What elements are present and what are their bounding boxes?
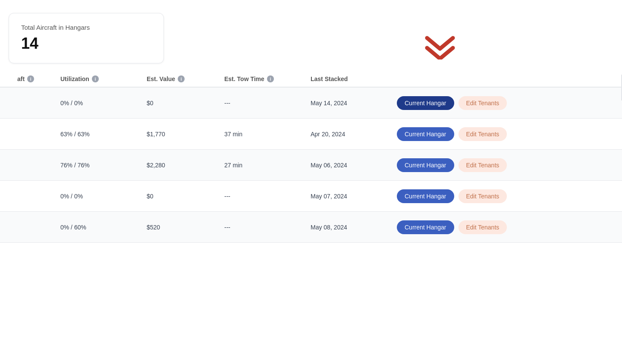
- table-body: 0% / 0% $0 --- May 14, 2024 Current Hang…: [0, 88, 622, 243]
- table-header-row: aft i Utilization i Est. Value i Est. To…: [0, 75, 622, 88]
- summary-card-value: 14: [21, 35, 151, 53]
- cell-utilization-4: 0% / 60%: [60, 224, 147, 231]
- cell-last-stacked-1: Apr 20, 2024: [311, 131, 397, 138]
- tow-time-info-icon[interactable]: i: [267, 75, 274, 82]
- summary-card: Total Aircraft in Hangars 14: [9, 13, 164, 63]
- table-row: 0% / 60% $520 --- May 08, 2024 Current H…: [0, 212, 622, 243]
- edit-tenants-button[interactable]: Edit Tenants: [459, 96, 507, 110]
- current-hangar-button[interactable]: Current Hangar: [397, 189, 454, 203]
- col-header-tow-time: Est. Tow Time i: [224, 75, 311, 82]
- table-row: 76% / 76% $2,280 27 min May 06, 2024 Cur…: [0, 150, 622, 181]
- col-header-last-stacked: Last Stacked: [311, 75, 397, 82]
- cell-utilization-0: 0% / 0%: [60, 100, 147, 107]
- cell-last-stacked-3: May 07, 2024: [311, 193, 397, 200]
- current-hangar-button[interactable]: Current Hangar: [397, 220, 454, 234]
- edit-tenants-button[interactable]: Edit Tenants: [459, 127, 507, 141]
- cell-est-value-0: $0: [147, 100, 224, 107]
- cell-last-stacked-4: May 08, 2024: [311, 224, 397, 231]
- edit-tenants-button[interactable]: Edit Tenants: [459, 189, 507, 203]
- col-header-utilization: Utilization i: [60, 75, 147, 82]
- current-hangar-button[interactable]: Current Hangar: [397, 158, 454, 172]
- current-hangar-button[interactable]: Current Hangar: [397, 96, 454, 110]
- cell-actions-2: Current Hangar Edit Tenants: [397, 158, 622, 172]
- col-header-est-value: Est. Value i: [147, 75, 224, 82]
- cell-last-stacked-2: May 06, 2024: [311, 162, 397, 169]
- cell-tow-time-0: ---: [224, 100, 311, 107]
- cell-actions-1: Current Hangar Edit Tenants: [397, 127, 622, 141]
- aircraft-info-icon[interactable]: i: [27, 75, 34, 82]
- table-row: 0% / 0% $0 --- May 14, 2024 Current Hang…: [0, 88, 622, 119]
- cell-est-value-2: $2,280: [147, 162, 224, 169]
- hangar-table: aft i Utilization i Est. Value i Est. To…: [0, 75, 622, 243]
- edit-tenants-button[interactable]: Edit Tenants: [459, 220, 507, 234]
- current-hangar-button[interactable]: Current Hangar: [397, 127, 454, 141]
- cell-tow-time-1: 37 min: [224, 131, 311, 138]
- cell-utilization-3: 0% / 0%: [60, 193, 147, 200]
- cell-est-value-1: $1,770: [147, 131, 224, 138]
- cell-actions-4: Current Hangar Edit Tenants: [397, 220, 622, 234]
- cell-est-value-3: $0: [147, 193, 224, 200]
- utilization-info-icon[interactable]: i: [92, 75, 99, 82]
- cell-utilization-1: 63% / 63%: [60, 131, 147, 138]
- cell-actions-3: Current Hangar Edit Tenants: [397, 189, 622, 203]
- cell-est-value-4: $520: [147, 224, 224, 231]
- table-row: 63% / 63% $1,770 37 min Apr 20, 2024 Cur…: [0, 119, 622, 150]
- summary-card-title: Total Aircraft in Hangars: [21, 24, 151, 31]
- cell-tow-time-2: 27 min: [224, 162, 311, 169]
- table-row: 0% / 0% $0 --- May 07, 2024 Current Hang…: [0, 181, 622, 212]
- edit-tenants-button[interactable]: Edit Tenants: [459, 158, 507, 172]
- cell-utilization-2: 76% / 76%: [60, 162, 147, 169]
- cell-tow-time-3: ---: [224, 193, 311, 200]
- cell-last-stacked-0: May 14, 2024: [311, 100, 397, 107]
- col-header-aircraft: aft i: [9, 75, 60, 82]
- double-chevron-icon: [423, 36, 457, 60]
- cell-actions-0: Current Hangar Edit Tenants: [397, 96, 622, 110]
- cell-tow-time-4: ---: [224, 224, 311, 231]
- est-value-info-icon[interactable]: i: [178, 75, 185, 82]
